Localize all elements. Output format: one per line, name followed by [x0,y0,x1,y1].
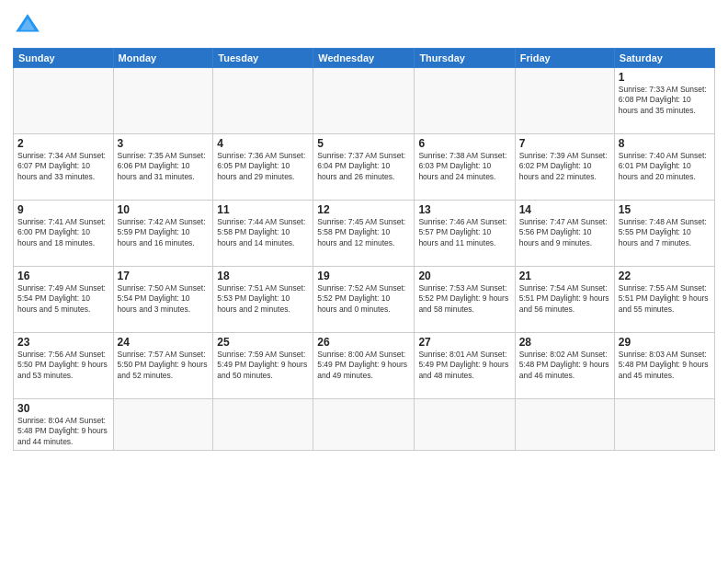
day-number: 27 [418,336,510,349]
day-info: Sunrise: 7:49 AM Sunset: 5:54 PM Dayligh… [17,283,109,315]
calendar-cell-2-0: 9Sunrise: 7:41 AM Sunset: 6:00 PM Daylig… [14,201,114,267]
day-number: 21 [519,270,610,282]
day-info: Sunrise: 7:35 AM Sunset: 6:06 PM Dayligh… [118,151,210,182]
day-info: Sunrise: 7:45 AM Sunset: 5:58 PM Dayligh… [317,217,410,248]
calendar-cell-4-3: 26Sunrise: 8:00 AM Sunset: 5:49 PM Dayli… [313,333,415,399]
day-number: 2 [17,137,109,150]
calendar-cell-4-5: 28Sunrise: 8:02 AM Sunset: 5:48 PM Dayli… [515,333,614,399]
calendar-cell-0-1 [113,68,213,134]
day-number: 17 [118,270,210,282]
day-number: 30 [17,402,109,415]
calendar-cell-5-2 [213,399,313,451]
day-number: 10 [118,203,210,216]
day-info: Sunrise: 8:01 AM Sunset: 5:49 PM Dayligh… [418,350,510,381]
day-number: 4 [217,137,309,150]
calendar-header-row: SundayMondayTuesdayWednesdayThursdayFrid… [14,49,715,68]
calendar-header-saturday: Saturday [614,49,714,68]
calendar-header-monday: Monday [113,49,213,68]
calendar-cell-1-5: 7Sunrise: 7:39 AM Sunset: 6:02 PM Daylig… [515,134,614,201]
day-info: Sunrise: 8:04 AM Sunset: 5:48 PM Dayligh… [17,416,109,447]
calendar-cell-1-0: 2Sunrise: 7:34 AM Sunset: 6:07 PM Daylig… [14,134,114,201]
day-number: 14 [519,203,610,216]
calendar-cell-5-0: 30Sunrise: 8:04 AM Sunset: 5:48 PM Dayli… [14,399,114,451]
calendar-cell-4-1: 24Sunrise: 7:57 AM Sunset: 5:50 PM Dayli… [113,333,213,399]
day-number: 8 [619,137,711,150]
calendar-cell-0-4 [415,68,515,134]
day-info: Sunrise: 7:41 AM Sunset: 6:00 PM Dayligh… [17,217,109,248]
calendar-cell-2-6: 15Sunrise: 7:48 AM Sunset: 5:55 PM Dayli… [614,201,714,267]
calendar-cell-4-4: 27Sunrise: 8:01 AM Sunset: 5:49 PM Dayli… [415,333,515,399]
calendar-cell-4-2: 25Sunrise: 7:59 AM Sunset: 5:49 PM Dayli… [213,333,313,399]
day-info: Sunrise: 7:50 AM Sunset: 5:54 PM Dayligh… [118,283,210,315]
calendar-header-thursday: Thursday [415,49,515,68]
calendar-header-friday: Friday [515,49,614,68]
calendar-cell-2-3: 12Sunrise: 7:45 AM Sunset: 5:58 PM Dayli… [313,201,415,267]
day-info: Sunrise: 7:56 AM Sunset: 5:50 PM Dayligh… [17,350,109,381]
day-info: Sunrise: 7:46 AM Sunset: 5:57 PM Dayligh… [418,217,510,248]
day-info: Sunrise: 7:42 AM Sunset: 5:59 PM Dayligh… [118,217,210,248]
calendar-cell-1-1: 3Sunrise: 7:35 AM Sunset: 6:06 PM Daylig… [113,134,213,201]
calendar-cell-1-4: 6Sunrise: 7:38 AM Sunset: 6:03 PM Daylig… [415,134,515,201]
day-number: 25 [217,336,309,349]
day-info: Sunrise: 7:34 AM Sunset: 6:07 PM Dayligh… [17,151,109,182]
calendar-cell-0-6: 1Sunrise: 7:33 AM Sunset: 6:08 PM Daylig… [614,68,714,134]
calendar-cell-2-5: 14Sunrise: 7:47 AM Sunset: 5:56 PM Dayli… [515,201,614,267]
day-info: Sunrise: 7:48 AM Sunset: 5:55 PM Dayligh… [619,217,711,248]
calendar-cell-4-6: 29Sunrise: 8:03 AM Sunset: 5:48 PM Dayli… [614,333,714,399]
calendar-cell-5-4 [415,399,515,451]
day-info: Sunrise: 7:39 AM Sunset: 6:02 PM Dayligh… [519,151,610,182]
day-info: Sunrise: 8:03 AM Sunset: 5:48 PM Dayligh… [619,350,711,381]
calendar-cell-2-4: 13Sunrise: 7:46 AM Sunset: 5:57 PM Dayli… [415,201,515,267]
calendar-cell-0-3 [313,68,415,134]
calendar-cell-1-3: 5Sunrise: 7:37 AM Sunset: 6:04 PM Daylig… [313,134,415,201]
day-number: 19 [317,270,410,282]
calendar-cell-5-1 [113,399,213,451]
calendar-cell-2-1: 10Sunrise: 7:42 AM Sunset: 5:59 PM Dayli… [113,201,213,267]
day-info: Sunrise: 7:54 AM Sunset: 5:51 PM Dayligh… [519,283,610,315]
day-info: Sunrise: 8:00 AM Sunset: 5:49 PM Dayligh… [317,350,410,381]
calendar-header-sunday: Sunday [14,49,114,68]
calendar-week-2: 9Sunrise: 7:41 AM Sunset: 6:00 PM Daylig… [14,201,715,267]
day-number: 20 [418,270,510,282]
calendar-week-1: 2Sunrise: 7:34 AM Sunset: 6:07 PM Daylig… [14,134,715,201]
calendar-cell-3-2: 18Sunrise: 7:51 AM Sunset: 5:53 PM Dayli… [213,267,313,333]
calendar-cell-5-3 [313,399,415,451]
calendar-week-5: 30Sunrise: 8:04 AM Sunset: 5:48 PM Dayli… [14,399,715,451]
day-info: Sunrise: 7:59 AM Sunset: 5:49 PM Dayligh… [217,350,309,381]
calendar-cell-5-6 [614,399,714,451]
day-info: Sunrise: 8:02 AM Sunset: 5:48 PM Dayligh… [519,350,610,381]
day-number: 24 [118,336,210,349]
calendar-cell-3-5: 21Sunrise: 7:54 AM Sunset: 5:51 PM Dayli… [515,267,614,333]
calendar-cell-3-3: 19Sunrise: 7:52 AM Sunset: 5:52 PM Dayli… [313,267,415,333]
day-number: 5 [317,137,410,150]
day-number: 23 [17,336,109,349]
day-info: Sunrise: 7:36 AM Sunset: 6:05 PM Dayligh… [217,151,309,182]
calendar-cell-1-6: 8Sunrise: 7:40 AM Sunset: 6:01 PM Daylig… [614,134,714,201]
calendar-cell-0-0 [14,68,114,134]
day-number: 13 [418,203,510,216]
calendar-cell-3-0: 16Sunrise: 7:49 AM Sunset: 5:54 PM Dayli… [14,267,114,333]
day-info: Sunrise: 7:47 AM Sunset: 5:56 PM Dayligh… [519,217,610,248]
day-number: 3 [118,137,210,150]
day-number: 29 [619,336,711,349]
day-number: 1 [619,71,711,84]
day-info: Sunrise: 7:51 AM Sunset: 5:53 PM Dayligh… [217,283,309,315]
day-info: Sunrise: 7:55 AM Sunset: 5:51 PM Dayligh… [619,283,711,315]
calendar-cell-5-5 [515,399,614,451]
calendar-header-wednesday: Wednesday [313,49,415,68]
day-info: Sunrise: 7:33 AM Sunset: 6:08 PM Dayligh… [619,85,711,116]
day-number: 22 [619,270,711,282]
day-info: Sunrise: 7:40 AM Sunset: 6:01 PM Dayligh… [619,151,711,182]
calendar-week-0: 1Sunrise: 7:33 AM Sunset: 6:08 PM Daylig… [14,68,715,134]
calendar-cell-4-0: 23Sunrise: 7:56 AM Sunset: 5:50 PM Dayli… [14,333,114,399]
calendar-cell-0-5 [515,68,614,134]
page: SundayMondayTuesdayWednesdayThursdayFrid… [0,0,728,563]
day-number: 6 [418,137,510,150]
calendar-header-tuesday: Tuesday [213,49,313,68]
calendar-table: SundayMondayTuesdayWednesdayThursdayFrid… [13,48,715,451]
calendar-cell-3-1: 17Sunrise: 7:50 AM Sunset: 5:54 PM Dayli… [113,267,213,333]
calendar-cell-3-4: 20Sunrise: 7:53 AM Sunset: 5:52 PM Dayli… [415,267,515,333]
calendar-cell-3-6: 22Sunrise: 7:55 AM Sunset: 5:51 PM Dayli… [614,267,714,333]
day-number: 15 [619,203,711,216]
calendar-week-3: 16Sunrise: 7:49 AM Sunset: 5:54 PM Dayli… [14,267,715,333]
